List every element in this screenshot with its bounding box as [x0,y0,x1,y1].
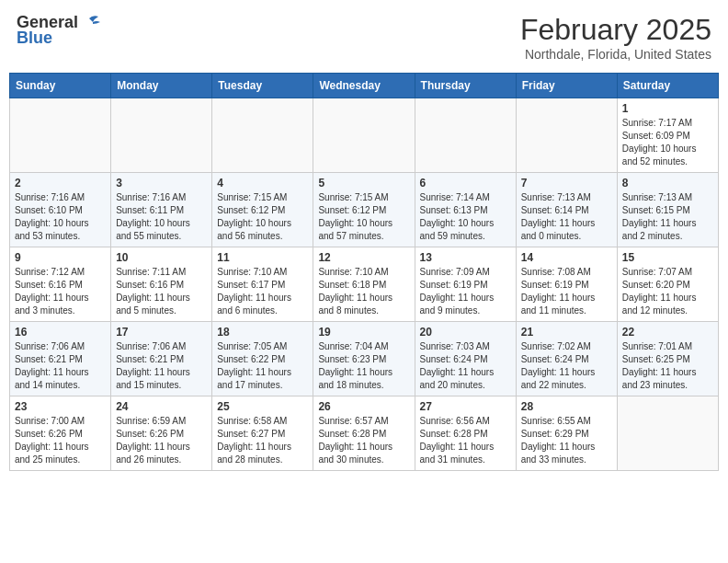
day-info: Sunrise: 6:56 AM Sunset: 6:28 PM Dayligh… [420,415,511,466]
calendar-cell-w4-d6: 21Sunrise: 7:02 AM Sunset: 6:24 PM Dayli… [516,322,617,396]
col-sunday: Sunday [10,74,111,98]
day-info: Sunrise: 7:09 AM Sunset: 6:19 PM Dayligh… [420,266,511,317]
calendar-cell-w1-d3 [212,98,313,173]
calendar-cell-w4-d7: 22Sunrise: 7:01 AM Sunset: 6:25 PM Dayli… [617,322,718,396]
day-number: 21 [521,326,612,339]
calendar-cell-w3-d7: 15Sunrise: 7:07 AM Sunset: 6:20 PM Dayli… [617,247,718,322]
day-info: Sunrise: 7:10 AM Sunset: 6:17 PM Dayligh… [217,266,308,317]
calendar-cell-w1-d2 [111,98,212,173]
day-info: Sunrise: 7:07 AM Sunset: 6:20 PM Dayligh… [622,266,713,317]
page-header: General Blue February 2025 Northdale, Fl… [9,9,719,65]
calendar-cell-w4-d3: 18Sunrise: 7:05 AM Sunset: 6:22 PM Dayli… [212,322,313,396]
calendar-cell-w1-d4 [313,98,415,173]
calendar-cell-w3-d4: 12Sunrise: 7:10 AM Sunset: 6:18 PM Dayli… [313,247,415,322]
day-number: 19 [318,326,409,339]
col-saturday: Saturday [617,74,718,98]
day-info: Sunrise: 7:01 AM Sunset: 6:25 PM Dayligh… [622,340,713,392]
col-friday: Friday [516,74,617,98]
day-info: Sunrise: 7:03 AM Sunset: 6:24 PM Dayligh… [420,340,511,392]
day-info: Sunrise: 7:10 AM Sunset: 6:18 PM Dayligh… [318,266,409,317]
day-info: Sunrise: 7:00 AM Sunset: 6:26 PM Dayligh… [15,415,106,466]
calendar-week-4: 16Sunrise: 7:06 AM Sunset: 6:21 PM Dayli… [10,322,719,396]
day-info: Sunrise: 7:15 AM Sunset: 6:12 PM Dayligh… [217,191,308,243]
day-number: 23 [15,400,106,413]
calendar-cell-w3-d2: 10Sunrise: 7:11 AM Sunset: 6:16 PM Dayli… [111,247,212,322]
day-number: 7 [521,177,612,190]
day-info: Sunrise: 7:13 AM Sunset: 6:14 PM Dayligh… [521,191,612,243]
day-number: 9 [15,251,106,264]
day-info: Sunrise: 7:17 AM Sunset: 6:09 PM Dayligh… [622,117,713,168]
day-number: 11 [217,251,308,264]
day-number: 1 [622,102,713,115]
calendar-cell-w1-d1 [10,98,111,173]
day-info: Sunrise: 7:12 AM Sunset: 6:16 PM Dayligh… [15,266,106,317]
day-info: Sunrise: 7:02 AM Sunset: 6:24 PM Dayligh… [521,340,612,392]
day-number: 2 [15,177,106,190]
page-title: February 2025 [520,13,711,47]
day-number: 24 [116,400,207,413]
calendar-week-3: 9Sunrise: 7:12 AM Sunset: 6:16 PM Daylig… [10,247,719,322]
day-number: 26 [318,400,409,413]
day-info: Sunrise: 6:55 AM Sunset: 6:29 PM Dayligh… [521,415,612,466]
day-number: 10 [116,251,207,264]
calendar-cell-w2-d4: 5Sunrise: 7:15 AM Sunset: 6:12 PM Daylig… [313,173,415,247]
day-info: Sunrise: 7:05 AM Sunset: 6:22 PM Dayligh… [217,340,308,392]
calendar-week-5: 23Sunrise: 7:00 AM Sunset: 6:26 PM Dayli… [10,396,719,471]
col-thursday: Thursday [415,74,516,98]
col-wednesday: Wednesday [313,74,415,98]
day-number: 15 [622,251,713,264]
calendar-cell-w5-d6: 28Sunrise: 6:55 AM Sunset: 6:29 PM Dayli… [516,396,617,471]
calendar-cell-w3-d3: 11Sunrise: 7:10 AM Sunset: 6:17 PM Dayli… [212,247,313,322]
title-section: February 2025 Northdale, Florida, United… [520,13,711,62]
day-info: Sunrise: 7:06 AM Sunset: 6:21 PM Dayligh… [15,340,106,392]
day-info: Sunrise: 7:16 AM Sunset: 6:10 PM Dayligh… [15,191,106,243]
day-number: 8 [622,177,713,190]
calendar-cell-w4-d1: 16Sunrise: 7:06 AM Sunset: 6:21 PM Dayli… [10,322,111,396]
day-info: Sunrise: 7:11 AM Sunset: 6:16 PM Dayligh… [116,266,207,317]
calendar-cell-w3-d5: 13Sunrise: 7:09 AM Sunset: 6:19 PM Dayli… [415,247,516,322]
calendar-header-row: Sunday Monday Tuesday Wednesday Thursday… [10,74,719,98]
day-number: 17 [116,326,207,339]
day-info: Sunrise: 7:04 AM Sunset: 6:23 PM Dayligh… [318,340,409,392]
calendar-cell-w4-d2: 17Sunrise: 7:06 AM Sunset: 6:21 PM Dayli… [111,322,212,396]
calendar-cell-w3-d6: 14Sunrise: 7:08 AM Sunset: 6:19 PM Dayli… [516,247,617,322]
calendar-cell-w5-d7 [617,396,718,471]
day-number: 13 [420,251,511,264]
calendar-cell-w1-d6 [516,98,617,173]
day-info: Sunrise: 7:08 AM Sunset: 6:19 PM Dayligh… [521,266,612,317]
day-number: 3 [116,177,207,190]
col-monday: Monday [111,74,212,98]
day-info: Sunrise: 7:06 AM Sunset: 6:21 PM Dayligh… [116,340,207,392]
day-number: 6 [420,177,511,190]
day-number: 12 [318,251,409,264]
calendar-cell-w3-d1: 9Sunrise: 7:12 AM Sunset: 6:16 PM Daylig… [10,247,111,322]
calendar-cell-w5-d1: 23Sunrise: 7:00 AM Sunset: 6:26 PM Dayli… [10,396,111,471]
logo-bird-icon [80,15,100,31]
day-number: 25 [217,400,308,413]
day-number: 16 [15,326,106,339]
day-number: 20 [420,326,511,339]
calendar-cell-w2-d6: 7Sunrise: 7:13 AM Sunset: 6:14 PM Daylig… [516,173,617,247]
day-info: Sunrise: 7:14 AM Sunset: 6:13 PM Dayligh… [420,191,511,243]
calendar-cell-w5-d4: 26Sunrise: 6:57 AM Sunset: 6:28 PM Dayli… [313,396,415,471]
calendar-cell-w5-d2: 24Sunrise: 6:59 AM Sunset: 6:26 PM Dayli… [111,396,212,471]
logo-blue-text: Blue [17,29,52,48]
calendar-cell-w1-d7: 1Sunrise: 7:17 AM Sunset: 6:09 PM Daylig… [617,98,718,173]
calendar-cell-w2-d5: 6Sunrise: 7:14 AM Sunset: 6:13 PM Daylig… [415,173,516,247]
calendar-cell-w4-d5: 20Sunrise: 7:03 AM Sunset: 6:24 PM Dayli… [415,322,516,396]
calendar-cell-w2-d7: 8Sunrise: 7:13 AM Sunset: 6:15 PM Daylig… [617,173,718,247]
day-info: Sunrise: 7:13 AM Sunset: 6:15 PM Dayligh… [622,191,713,243]
calendar-cell-w2-d2: 3Sunrise: 7:16 AM Sunset: 6:11 PM Daylig… [111,173,212,247]
calendar-cell-w5-d3: 25Sunrise: 6:58 AM Sunset: 6:27 PM Dayli… [212,396,313,471]
calendar-cell-w5-d5: 27Sunrise: 6:56 AM Sunset: 6:28 PM Dayli… [415,396,516,471]
col-tuesday: Tuesday [212,74,313,98]
day-info: Sunrise: 6:59 AM Sunset: 6:26 PM Dayligh… [116,415,207,466]
day-info: Sunrise: 6:57 AM Sunset: 6:28 PM Dayligh… [318,415,409,466]
page-subtitle: Northdale, Florida, United States [520,47,711,62]
calendar-cell-w4-d4: 19Sunrise: 7:04 AM Sunset: 6:23 PM Dayli… [313,322,415,396]
day-number: 28 [521,400,612,413]
calendar-cell-w2-d3: 4Sunrise: 7:15 AM Sunset: 6:12 PM Daylig… [212,173,313,247]
day-number: 22 [622,326,713,339]
day-number: 14 [521,251,612,264]
day-info: Sunrise: 6:58 AM Sunset: 6:27 PM Dayligh… [217,415,308,466]
